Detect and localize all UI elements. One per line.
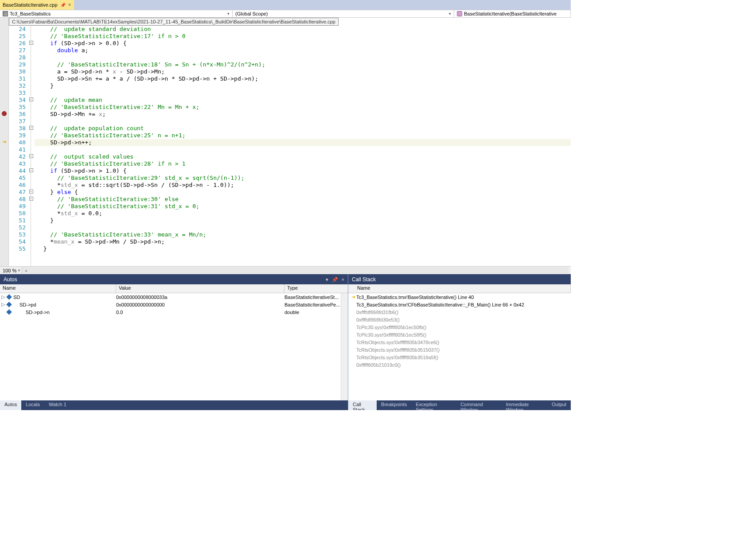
breakpoint-margin-row[interactable] — [0, 103, 8, 110]
code-line[interactable]: // 'BaseStatisticIterative:33' mean_x = … — [35, 231, 571, 238]
breakpoint-margin-row[interactable] — [0, 244, 8, 252]
code-line[interactable]: *std_x = 0.0; — [35, 210, 571, 217]
fold-row[interactable] — [27, 145, 35, 152]
code-line[interactable]: *mean_x = SD->pd->Mn / SD->pd->n; — [35, 238, 571, 245]
breakpoint-margin-row[interactable] — [0, 60, 8, 67]
vertical-scrollbar[interactable] — [341, 293, 348, 400]
code-area[interactable]: // 'BaseStatisticIterative:10' if isempt… — [35, 18, 571, 266]
fold-row[interactable] — [27, 81, 35, 89]
panel-tab[interactable]: Command Window — [456, 400, 502, 410]
code-line[interactable] — [35, 146, 571, 153]
pin-icon[interactable]: 📌 — [332, 277, 338, 283]
autos-col-name[interactable]: Name — [0, 284, 116, 293]
close-icon[interactable]: × — [68, 2, 71, 8]
expand-icon[interactable]: ▷ — [0, 302, 6, 307]
callstack-col-name[interactable]: Name — [348, 284, 571, 293]
fold-row[interactable]: − — [27, 124, 35, 131]
fold-row[interactable] — [27, 89, 35, 96]
fold-toggle-icon[interactable]: − — [29, 154, 33, 158]
code-line[interactable]: // 'BaseStatisticIterative:28' if n > 1 — [35, 160, 571, 167]
fold-row[interactable] — [27, 110, 35, 117]
panel-tab[interactable]: Call Stack — [348, 400, 377, 410]
function-dropdown[interactable]: BaseStatisticIterative(BaseStatisticIter… — [454, 10, 571, 17]
breakpoint-margin-row[interactable] — [0, 39, 8, 46]
fold-row[interactable]: − — [27, 188, 35, 195]
code-line[interactable]: SD->pd->n++; — [35, 139, 571, 146]
breakpoint-margin-row[interactable] — [0, 74, 8, 81]
close-icon[interactable]: × — [342, 277, 344, 282]
breakpoint-margin-row[interactable] — [0, 152, 8, 159]
horizontal-scrollbar[interactable]: ◂ — [22, 267, 568, 274]
fold-row[interactable] — [27, 159, 35, 167]
callstack-row[interactable]: TcRtsObjects.sys!0xfffff805b3478ce6() — [348, 338, 571, 346]
breakpoint-margin-row[interactable] — [0, 110, 8, 117]
code-line[interactable]: } — [35, 245, 571, 252]
breakpoint-margin-row[interactable] — [0, 195, 8, 202]
fold-row[interactable]: − — [27, 167, 35, 174]
breakpoint-margin-row[interactable] — [0, 131, 8, 138]
code-line[interactable] — [35, 89, 571, 97]
fold-row[interactable] — [27, 244, 35, 252]
fold-row[interactable] — [27, 174, 35, 181]
variable-row[interactable]: ▷SD0x0000000008000033aBaseStatisticItera… — [0, 293, 348, 301]
fold-row[interactable] — [27, 25, 35, 32]
expand-icon[interactable]: ▷ — [0, 294, 6, 300]
fold-row[interactable] — [27, 216, 35, 223]
code-line[interactable]: // 'BaseStatisticIterative:18' Sn = Sn +… — [35, 61, 571, 68]
code-line[interactable]: a = SD->pd->n * x - SD->pd->Mn; — [35, 68, 571, 75]
breakpoint-gutter[interactable]: ➜ — [0, 18, 9, 266]
fold-row[interactable] — [27, 32, 35, 39]
file-tab-active[interactable]: BaseStatisticIterative.cpp 📌 × — [0, 0, 74, 10]
callstack-row[interactable]: TcRtsObjects.sys!0xfffff805b3515037() — [348, 346, 571, 353]
breakpoint-margin-row[interactable] — [0, 181, 8, 188]
code-line[interactable]: // 'BaseStatisticIterative:22' Mn = Mn +… — [35, 104, 571, 111]
panel-tab[interactable]: Locals — [21, 400, 44, 410]
callstack-row[interactable]: TcPlc30.sys!0xfffff805b1ec58f5() — [348, 331, 571, 338]
breakpoint-margin-row[interactable] — [0, 96, 8, 103]
code-editor[interactable]: ➜ 23242526272829303132333435363738394041… — [0, 18, 571, 266]
code-line[interactable]: } else { — [35, 189, 571, 196]
breakpoint-margin-row[interactable] — [0, 18, 8, 25]
panel-tab[interactable]: Autos — [0, 400, 21, 410]
breakpoint-margin-row[interactable] — [0, 216, 8, 223]
breakpoint-margin-row[interactable] — [0, 159, 8, 167]
panel-tab[interactable]: Breakpoints — [377, 400, 411, 410]
breakpoint-margin-row[interactable] — [0, 89, 8, 96]
fold-row[interactable] — [27, 209, 35, 216]
breakpoint-margin-row[interactable] — [0, 237, 8, 244]
code-line[interactable]: // update population count — [35, 125, 571, 132]
zoom-level[interactable]: 100 % — [3, 268, 16, 273]
code-line[interactable]: SD->pd->Mn += x; — [35, 111, 571, 118]
fold-row[interactable] — [27, 202, 35, 209]
fold-row[interactable] — [27, 60, 35, 67]
chevron-down-icon[interactable]: ▾ — [18, 268, 20, 272]
code-line[interactable]: if (SD->pd->n > 0.0) { — [35, 40, 571, 47]
fold-row[interactable] — [27, 103, 35, 110]
fold-row[interactable] — [27, 53, 35, 60]
scope-dropdown[interactable]: (Global Scope) ▾ — [233, 10, 454, 17]
code-line[interactable]: } — [35, 217, 571, 224]
code-line[interactable]: // 'BaseStatisticIterative:29' std_x = s… — [35, 175, 571, 182]
fold-toggle-icon[interactable]: − — [29, 41, 33, 45]
breakpoint-icon[interactable] — [2, 111, 7, 116]
code-line[interactable]: // 'BaseStatisticIterative:31' std_x = 0… — [35, 203, 571, 210]
autos-col-type[interactable]: Type — [284, 284, 348, 293]
callstack-row[interactable]: 0xffffdf868fd30e53() — [348, 316, 571, 323]
fold-row[interactable] — [27, 181, 35, 188]
callstack-row[interactable]: ➜Tc3_BaseStatistics.tmx!BaseStatisticIte… — [348, 293, 571, 301]
fold-row[interactable]: − — [27, 39, 35, 46]
fold-row[interactable] — [27, 230, 35, 237]
code-line[interactable] — [35, 54, 571, 61]
callstack-row[interactable]: 0xfffff805b21019c0() — [348, 361, 571, 368]
breakpoint-margin-row[interactable] — [0, 209, 8, 216]
callstack-row[interactable]: 0xffffdf868fd31fb6() — [348, 308, 571, 316]
code-line[interactable]: // 'BaseStatisticIterative:25' n = n+1; — [35, 132, 571, 139]
breakpoint-margin-row[interactable] — [0, 81, 8, 89]
breakpoint-margin-row[interactable] — [0, 167, 8, 174]
breakpoint-margin-row[interactable] — [0, 67, 8, 74]
code-line[interactable]: } — [35, 82, 571, 89]
breakpoint-margin-row[interactable] — [0, 202, 8, 209]
fold-row[interactable]: − — [27, 195, 35, 202]
fold-row[interactable] — [27, 237, 35, 244]
breakpoint-margin-row[interactable] — [0, 32, 8, 39]
